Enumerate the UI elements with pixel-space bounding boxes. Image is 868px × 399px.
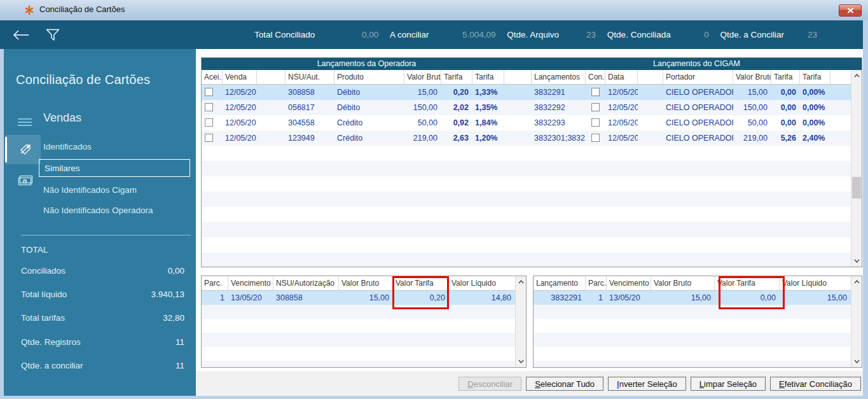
inverter-selecao-button[interactable]: Inverter Seleção (608, 377, 686, 391)
scrollbar-thumb[interactable] (852, 177, 861, 199)
limpar-selecao-button[interactable]: Limpar Seleção (691, 377, 766, 391)
sidebar-item-nao-identificados-cigam[interactable]: Não Identificados Cigam (43, 185, 137, 195)
scroll-down-icon[interactable] (851, 256, 862, 266)
detail-grid-scrollbar[interactable] (515, 276, 526, 367)
sidebar-item-nao-identificados-operadora[interactable]: Não Identificados Operadora (43, 206, 153, 215)
detail-grid-headers: Parc. Vencimento NSU/Autorização Valor B… (202, 276, 515, 291)
svg-text:$: $ (24, 179, 26, 184)
total-tarifas: Total tarifas 32,80 (21, 313, 184, 323)
sidebar-group-vendas: Vendas (43, 111, 81, 125)
efetivar-conciliacao-button[interactable]: Efetivar Conciliação (770, 377, 861, 391)
conciliacao-cartoes-window: { "window": { "title": "Conciliação de C… (0, 0, 868, 399)
detail-grid-headers: Lançamento Parc. Vencimento Valor Bruto … (534, 276, 851, 291)
scroll-down-icon[interactable] (851, 356, 862, 367)
valor-tarifa-annotation-right (719, 276, 785, 309)
stat-total-conciliado: Total Conciliado 0,00 (254, 30, 378, 39)
active-section-indicator (5, 137, 7, 162)
toolbar: Total Conciliado 0,00 A conciliar 5.004,… (0, 20, 863, 49)
filter-funnel-icon[interactable] (46, 20, 60, 49)
menu-hamburger-icon[interactable] (18, 118, 32, 128)
group-header-operadora: Lançamentos da Operadora (202, 58, 532, 70)
close-button[interactable] (839, 4, 862, 17)
toolbar-stats: Total Conciliado 0,00 A conciliar 5.004,… (254, 20, 817, 49)
total-qtde-a-conciliar: Qtde. a conciliar 11 (21, 361, 184, 371)
back-arrow-icon[interactable] (13, 20, 29, 49)
desconciliar-button: Desconciliar (458, 377, 521, 391)
reconciliation-grid: Lançamentos da Operadora Lançamentos do … (201, 57, 862, 267)
scroll-down-icon[interactable] (516, 356, 526, 367)
conciliado-checkbox[interactable] (591, 118, 600, 127)
table-row[interactable]: 3832291 1 13/05/20 15,00 0,00 15,00 (534, 291, 851, 305)
detail-grid-scrollbar[interactable] (851, 276, 862, 367)
scroll-up-icon[interactable] (516, 277, 526, 287)
main-content: Lançamentos da Operadora Lançamentos do … (196, 49, 863, 396)
grid-body: 12/05/20 308858 Débito 15,00 0,20 1,33% … (202, 85, 851, 267)
table-row[interactable]: 1 13/05/20 308858 15,00 0,20 14,80 (202, 291, 515, 305)
accept-checkbox[interactable] (205, 134, 213, 142)
title-bar: Conciliação de Cartões (0, 0, 868, 20)
conciliado-checkbox[interactable] (591, 88, 600, 96)
accept-checkbox[interactable] (205, 103, 213, 111)
conciliado-checkbox[interactable] (591, 103, 600, 111)
total-qtde-registros: Qtde. Registros 11 (21, 337, 184, 347)
totals-divider (21, 235, 191, 235)
window-title: Conciliação de Cartões (39, 0, 125, 20)
sidebar-item-identificados[interactable]: Identificados (43, 142, 92, 151)
total-liquido: Total líquido 3.940,13 (21, 290, 184, 300)
table-row[interactable]: 12/05/20 056817 Débito 150,00 2,02 1,35%… (202, 100, 851, 115)
valor-tarifa-annotation-left (392, 276, 449, 309)
detail-grid-body: 1 13/05/20 308858 15,00 0,20 14,80 (202, 291, 515, 367)
accept-checkbox[interactable] (205, 118, 213, 127)
stat-qtde-conciliada: Qtde. Conciliada 0 (607, 30, 709, 39)
table-row[interactable]: 12/05/20 304558 Crédito 50,00 0,92 1,84%… (202, 115, 851, 130)
total-conciliados: Conciliados 0,00 (21, 266, 184, 276)
sidebar-item-similares[interactable]: Similares (39, 159, 190, 177)
money-icon[interactable]: $ (18, 175, 33, 188)
operadora-detail-grid: Parc. Vencimento NSU/Autorização Valor B… (201, 276, 527, 368)
stat-qtde-a-conciliar: Qtde. a Conciliar 23 (720, 30, 817, 39)
sidebar-heading: Conciliação de Cartões (16, 73, 150, 87)
table-row[interactable]: 12/05/20 123949 Crédito 219,00 2,63 1,20… (202, 130, 851, 146)
cigam-detail-grid: Lançamento Parc. Vencimento Valor Bruto … (533, 276, 862, 368)
conciliado-checkbox[interactable] (591, 134, 600, 142)
grid-column-headers: Acei... Venda NSU/Aut. Produto Valor Bru… (202, 70, 851, 85)
selecionar-tudo-button[interactable]: Selecionar Tudo (526, 377, 603, 391)
scroll-up-icon[interactable] (851, 71, 862, 81)
grid-group-header: Lançamentos da Operadora Lançamentos do … (202, 58, 862, 70)
action-buttons: Desconciliar Selecionar Tudo Inverter Se… (458, 377, 861, 391)
stat-qtde-arquivo: Qtde. Arquivo 23 (507, 30, 596, 39)
group-header-cigam: Lançamentos do CIGAM (532, 58, 862, 70)
main-grid-scrollbar[interactable] (851, 70, 862, 267)
app-logo-icon (24, 5, 34, 15)
stat-a-conciliar: A conciliar 5.004,09 (390, 30, 496, 39)
sidebar: Conciliação de Cartões Vendas $ Identifi… (4, 49, 196, 396)
table-row[interactable]: 12/05/20 308858 Débito 15,00 0,20 1,33% … (202, 85, 851, 100)
tag-icon[interactable] (19, 143, 32, 158)
totals-title: TOTAL (21, 245, 48, 255)
scroll-up-icon[interactable] (851, 277, 862, 287)
detail-grid-body: 3832291 1 13/05/20 15,00 0,00 15,00 (534, 291, 851, 367)
accept-checkbox[interactable] (205, 88, 213, 96)
